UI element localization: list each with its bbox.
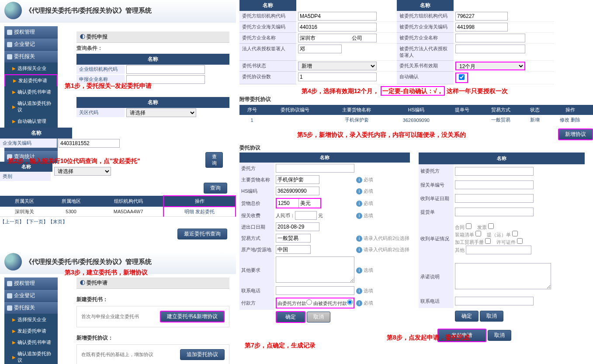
- sidebar-item-entrust[interactable]: 委托报关: [4, 51, 58, 63]
- bwf-input[interactable]: [455, 167, 534, 176]
- chk-license[interactable]: 许可证件: [496, 238, 523, 246]
- sidebar-child-append[interactable]: ▶确认追加委托协议: [4, 98, 58, 116]
- fee-input[interactable]: [295, 211, 317, 220]
- col-header-operate: 操作: [163, 196, 236, 207]
- sidebar-child-select[interactable]: ▶选择报关企业: [4, 314, 58, 326]
- sidebar-item-register[interactable]: 企业登记: [4, 290, 58, 302]
- append-protocol-button[interactable]: 追加委托协议: [180, 349, 225, 360]
- info-icon: i: [356, 236, 362, 242]
- customs-code-select[interactable]: 请选择: [126, 108, 196, 117]
- chk-bol[interactable]: 提（运）单: [487, 231, 518, 238]
- protocol-count-input[interactable]: [298, 73, 377, 81]
- lbl: 进出口日期: [239, 221, 274, 232]
- sdrz-input[interactable]: [455, 194, 534, 203]
- section-title-3: ◐ 委托申请: [76, 277, 229, 289]
- phone-input[interactable]: [276, 286, 354, 295]
- currency-input[interactable]: [298, 199, 320, 208]
- bwtf-org-code-input[interactable]: [455, 12, 508, 21]
- wtf-input[interactable]: [276, 164, 354, 173]
- commitment-textarea[interactable]: [455, 263, 551, 289]
- cancel-button-right[interactable]: 取消: [480, 311, 503, 322]
- query-button-2[interactable]: 查询: [205, 152, 223, 168]
- main-panel-1: ◐ 委托申报 查询条件： 名称 企业组织机构代码 申报企业名称 名称 关区代码请…: [76, 31, 229, 118]
- sidebar-child-autoconfirm[interactable]: ▶自动确认管理: [4, 116, 58, 127]
- cell: [445, 115, 479, 125]
- sidebar-child-confirm[interactable]: ▶确认委托书申请: [4, 337, 58, 348]
- pager[interactable]: 【上一页】【下一页】【末页】: [0, 217, 236, 227]
- chk-processing[interactable]: 加工贸易手册: [455, 238, 491, 246]
- auto-confirm-checkbox[interactable]: [459, 74, 465, 80]
- query-button[interactable]: 查询: [204, 183, 227, 194]
- lbl: 其他要求: [239, 255, 274, 285]
- origin-input[interactable]: [276, 245, 311, 254]
- total-input[interactable]: [277, 199, 298, 208]
- tdh-input[interactable]: [455, 208, 534, 216]
- sidebar-child-append[interactable]: ▶确认追加委托协议: [4, 348, 58, 364]
- recent-entrust-button[interactable]: 最近委托书查询: [177, 229, 227, 239]
- org-code-input[interactable]: [126, 65, 205, 74]
- create-entrust-button[interactable]: 建立委托书&新增协议: [160, 311, 225, 322]
- category-select[interactable]: 请选择: [54, 167, 111, 176]
- system-title-3: 《代理报关委托书/委托报关协议》管理系统: [25, 258, 152, 266]
- new-protocol-button[interactable]: 新增协议: [558, 128, 593, 140]
- lbl: 报关收费: [239, 210, 274, 221]
- cancel-button[interactable]: 取消: [307, 312, 330, 322]
- bgdh-input[interactable]: [455, 180, 534, 189]
- phone2-input[interactable]: [455, 297, 534, 305]
- folder-icon: [7, 293, 12, 298]
- validity-select[interactable]: 12个月: [455, 62, 525, 70]
- sidebar-child-initiate[interactable]: ▶发起委托申请: [4, 326, 58, 337]
- arrow-icon: ▶: [12, 329, 16, 333]
- g-val: [454, 11, 554, 22]
- sidebar-item-label: 确认追加委托协议: [17, 350, 55, 364]
- cell-action-links[interactable]: 修改 删除: [547, 115, 593, 125]
- payer-radio-2[interactable]: 由被委托方付款: [313, 301, 353, 306]
- wtf-name-input[interactable]: [298, 34, 377, 42]
- customs-company-code-input[interactable]: [59, 139, 120, 148]
- cell: [264, 115, 326, 125]
- logo-icon: [4, 2, 22, 19]
- status-select[interactable]: 新增: [298, 62, 377, 70]
- cell-action-links[interactable]: 明细 发起委托: [163, 207, 236, 217]
- annotation-step-5: 第5步，新增协议，录入委托内容，内容可以随便录，没关系的: [297, 131, 466, 139]
- optional-hint: 选填: [364, 288, 373, 293]
- sidebar-child-initiate[interactable]: ▶发起委托申请: [4, 74, 58, 87]
- wtf-customs-code-input[interactable]: [298, 23, 377, 31]
- bwtf-customs-code-input[interactable]: [455, 23, 508, 31]
- wtf-org-code-input[interactable]: [298, 12, 377, 21]
- other-doc-input[interactable]: [466, 246, 531, 254]
- annotation-step-2: 第2步，输入报关行10位代码查询，点"发起委托": [8, 157, 140, 165]
- sidebar-item-auth[interactable]: 授权管理: [4, 26, 58, 38]
- ok-button-right[interactable]: 确定: [455, 311, 479, 322]
- chk-invoice[interactable]: 发票: [477, 223, 494, 231]
- cancel-final-button[interactable]: 取消: [488, 330, 511, 341]
- lbl: 主要货物名称: [239, 174, 274, 185]
- other-textarea[interactable]: [276, 257, 354, 283]
- field-label: 企业海关编码: [0, 139, 57, 148]
- sidebar-item-register[interactable]: 企业登记: [4, 38, 58, 51]
- payer-radio-1[interactable]: 由委托方付款: [277, 301, 312, 306]
- sidebar-child-confirm[interactable]: ▶确认委托书申请: [4, 87, 58, 98]
- doc-checkboxes: 合同 发票 装箱清单 提（运）单 加工贸易手册 许可证件 其他: [454, 219, 585, 259]
- bwtf-name-input[interactable]: [455, 34, 525, 42]
- ok-button[interactable]: 确定: [276, 311, 305, 323]
- lbl: 原产地/货源地: [239, 244, 274, 255]
- chk-contract[interactable]: 合同: [455, 223, 472, 231]
- bwtf-legal-input[interactable]: [455, 45, 525, 53]
- goods-input[interactable]: [276, 175, 319, 184]
- cell: 3626909090: [388, 115, 445, 125]
- g-lbl: 被委托方组织机构代码: [397, 11, 454, 22]
- sidebar-item-entrust[interactable]: 委托报关: [4, 302, 58, 314]
- query-conditions-label: 查询条件：: [76, 43, 229, 54]
- sidebar-item-auth[interactable]: 授权管理: [4, 277, 58, 290]
- name-header: 名称: [76, 54, 229, 65]
- date-input[interactable]: [276, 222, 319, 231]
- sidebar-item-label: 企业登记: [14, 292, 35, 299]
- trade-input[interactable]: [276, 234, 311, 243]
- cell: 新增: [522, 115, 547, 125]
- chk-packing[interactable]: 装箱清单: [455, 231, 481, 238]
- field-label-category: 类别: [0, 172, 51, 181]
- wtf-legal-input[interactable]: [298, 45, 342, 53]
- hs-input[interactable]: [276, 187, 319, 195]
- sidebar-child-select[interactable]: ▶选择报关企业: [4, 63, 58, 74]
